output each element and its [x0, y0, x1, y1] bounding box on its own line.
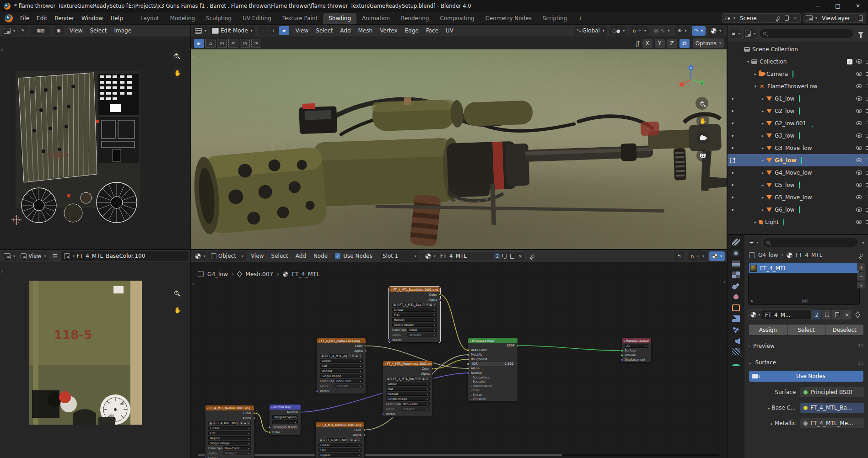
breadcrumb-object[interactable]: G4_low	[758, 252, 778, 258]
shader-editor-type-button[interactable]: ▾	[193, 251, 207, 261]
constraints-tab[interactable]	[732, 348, 740, 355]
shader-type-dropdown[interactable]: Object▾	[208, 251, 246, 261]
mesh-data-icon[interactable]	[801, 157, 802, 164]
uv-pan-button[interactable]: ✋	[172, 67, 183, 79]
node-socket[interactable]	[431, 367, 434, 370]
viewport-perspective-button[interactable]	[696, 149, 709, 162]
go-to-parent-node-tree-button[interactable]: ↰	[674, 251, 684, 261]
hide-viewport-eye-icon[interactable]	[856, 220, 862, 224]
disable-render-camera-icon[interactable]	[866, 208, 868, 212]
uv-menu-image[interactable]: Image	[111, 26, 135, 35]
image-zoom-button[interactable]	[170, 287, 182, 298]
image-menu-hamburger[interactable]: ☰	[50, 251, 61, 261]
node-socket[interactable]	[517, 344, 519, 347]
render-tab[interactable]	[732, 250, 740, 256]
fake-user-shield-button[interactable]	[822, 309, 832, 320]
pin-node-tree-icon[interactable]	[529, 253, 536, 259]
scene-tab[interactable]	[732, 282, 740, 289]
expand-icon[interactable]: ▸	[752, 220, 759, 224]
menu-edit[interactable]: Edit	[33, 14, 51, 23]
viewport-editor-type-button[interactable]: ▾	[193, 26, 208, 36]
collection-checkbox[interactable]: ✓	[847, 59, 852, 64]
hide-viewport-eye-icon[interactable]	[856, 121, 862, 125]
input-label[interactable]: ▸ Metallic	[748, 420, 800, 426]
disable-render-camera-icon[interactable]	[866, 85, 868, 88]
outliner-row-g5_low[interactable]: ▸G5_low	[728, 179, 868, 191]
menu-render[interactable]: Render	[51, 14, 78, 23]
expand-icon[interactable]: ▸	[760, 133, 766, 138]
slot-resize-grip[interactable]: ⣿⣿	[802, 298, 808, 303]
shader-node-basecolor[interactable]: ▾FT_4_MTL_BaseColor.1001.pngColorAlpha▣▾…	[389, 287, 440, 343]
shader-node-output[interactable]: ▾Material OutputAll▾SurfaceVolumeDisplac…	[621, 338, 652, 362]
particles-tab[interactable]	[732, 326, 740, 333]
uv-menu-view[interactable]: View	[66, 26, 86, 35]
breadcrumb-object[interactable]: G4_low	[207, 271, 228, 277]
options-dropdown[interactable]: Options▾	[693, 38, 724, 48]
tab-compositing[interactable]: Compositing	[434, 13, 480, 24]
browse-material-button[interactable]: ▾	[748, 309, 762, 320]
node-socket[interactable]	[467, 367, 469, 370]
hide-viewport-eye-icon[interactable]	[856, 195, 862, 199]
hide-viewport-eye-icon[interactable]	[856, 84, 862, 88]
node-canvas[interactable]: G4_low › Mesh.007 › FT_4_MTL ▾FT_4_MTL_B…	[191, 262, 727, 458]
disable-render-camera-icon[interactable]	[866, 183, 868, 187]
uv-select-mode-icons[interactable]: ▦▥	[30, 26, 51, 35]
preview-panel-header[interactable]: › Preview ⣿⣿	[748, 341, 864, 351]
material-slot-list[interactable]: FT_4_MTL ▸ ⣿⣿	[748, 263, 860, 305]
material-users-count[interactable]: 2	[494, 253, 501, 259]
view-layer-tab[interactable]	[732, 272, 740, 278]
input-label[interactable]: ▸ Base C...	[748, 405, 800, 411]
outliner-label[interactable]: FlameThrowerLow	[767, 83, 817, 90]
pin-id-icon[interactable]	[858, 252, 864, 258]
physics-tab[interactable]	[732, 337, 740, 344]
mesh-data-icon[interactable]	[799, 182, 800, 188]
expand-icon[interactable]: ▸	[760, 195, 766, 200]
shader-menu-node[interactable]: Node	[310, 251, 331, 261]
delete-scene-button[interactable]: ×	[792, 15, 798, 21]
outliner-row-g1_low[interactable]: ▸G1_low	[728, 92, 868, 105]
mesh-data-icon[interactable]	[799, 207, 800, 213]
fake-user-shield-icon[interactable]	[502, 254, 507, 259]
outliner-row-g4_move_low[interactable]: ▸G4_Move_low	[728, 166, 868, 179]
expand-icon[interactable]: ▾	[745, 59, 751, 64]
tab-geometry-nodes[interactable]: Geometry Nodes	[480, 13, 537, 24]
mirror-y-button[interactable]: Y	[655, 39, 665, 48]
unlink-material-button[interactable]: ×	[842, 309, 852, 320]
shader-menu-add[interactable]: Add	[292, 251, 310, 261]
tab-texture-paint[interactable]: Texture Paint	[277, 13, 323, 24]
image-editor-type-button[interactable]: ▾	[2, 251, 17, 261]
disable-render-camera-icon[interactable]	[866, 97, 868, 101]
disable-render-camera-icon[interactable]	[866, 72, 868, 76]
outliner-label[interactable]: G2_low.001	[775, 120, 806, 127]
disable-render-camera-icon[interactable]	[866, 171, 868, 175]
add-slot-button[interactable]: +	[857, 263, 865, 271]
viewport-menu-mesh[interactable]: Mesh	[355, 26, 377, 35]
outliner-label[interactable]: G4_Move_low	[775, 170, 812, 176]
unlink-material-button[interactable]: ×	[517, 253, 523, 259]
uv-toolbar-expand-icon[interactable]: ›	[1, 47, 3, 53]
uv-editor-type-button[interactable]: ▾	[2, 26, 17, 36]
outliner-row-g2_low-001[interactable]: ▸G2_low.001	[728, 117, 868, 129]
shader-node-normalmap[interactable]: ▾Normal MapNormalTangent Space▾▾Strength…	[269, 404, 301, 435]
data-tab[interactable]	[732, 359, 740, 366]
outliner-label[interactable]: Camera	[766, 71, 788, 77]
close-button[interactable]: ✕	[848, 0, 868, 12]
expand-icon[interactable]: ▸	[760, 158, 766, 163]
add-workspace-button[interactable]: +	[572, 13, 588, 24]
uv-menu-select[interactable]: Select	[86, 26, 111, 35]
image-pan-button[interactable]: ✋	[172, 304, 183, 316]
viewport-menu-vertex[interactable]: Vertex	[376, 26, 401, 35]
show-gizmo-dropdown[interactable]: 👁▾	[675, 26, 690, 36]
tab-sculpting[interactable]: Sculpting	[200, 13, 237, 24]
object-tab[interactable]	[732, 304, 740, 311]
node-socket[interactable]	[467, 349, 469, 351]
shader-node-principled[interactable]: ▾Principled BSDFBSDFBase ColorMetallicRo…	[468, 338, 518, 402]
outliner-row-g3_move_low[interactable]: ▸G3_Move_low	[728, 142, 868, 154]
node-socket[interactable]	[365, 345, 367, 347]
shader-node-alpha[interactable]: ▾FT_4_MTL_Alpha.1001.pngColorAlpha▣▾FT_4…	[317, 338, 366, 394]
mirror-z-button[interactable]: Z	[667, 39, 677, 48]
mesh-data-icon[interactable]	[799, 96, 800, 102]
disable-render-camera-icon[interactable]	[866, 122, 868, 125]
outliner-row-g5_move_low[interactable]: ▸G5_Move_low	[728, 191, 868, 203]
viewport-menu-view[interactable]: View	[292, 26, 312, 35]
